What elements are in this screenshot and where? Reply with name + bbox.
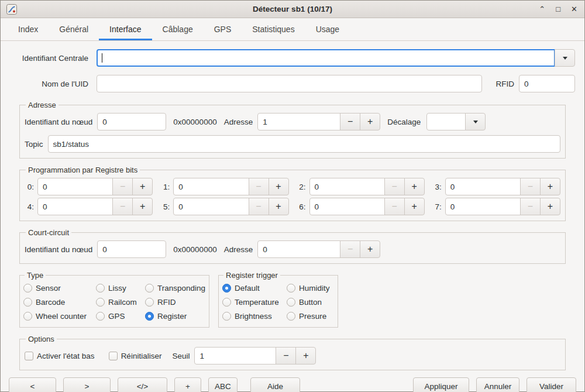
minus-icon: − bbox=[283, 350, 288, 361]
register-3-plus-button[interactable]: + bbox=[540, 178, 560, 195]
register-1-plus-button[interactable]: + bbox=[269, 178, 289, 195]
shade-button[interactable]: ⌃ bbox=[539, 5, 545, 13]
adresse-input[interactable]: 1 bbox=[257, 113, 340, 130]
checkbox-reinitialiser[interactable]: Réinitialiser bbox=[109, 349, 162, 363]
register-2-plus-button[interactable]: + bbox=[404, 178, 425, 195]
add-button[interactable]: + bbox=[174, 377, 201, 392]
radio-button[interactable]: Button bbox=[287, 295, 334, 309]
tab-usage[interactable]: Usage bbox=[305, 18, 350, 40]
court-circuit-node-id-input[interactable]: 0 bbox=[97, 240, 166, 258]
register-4-input[interactable]: 0 bbox=[37, 198, 113, 215]
rfid-input[interactable]: 0 bbox=[519, 75, 575, 92]
radio-icon bbox=[222, 284, 231, 293]
radio-icon bbox=[96, 312, 105, 321]
plus-icon: + bbox=[367, 116, 373, 127]
identifiant-centrale-dropdown-button[interactable] bbox=[555, 49, 575, 67]
register-5-plus-button[interactable]: + bbox=[269, 198, 289, 215]
radio-lissy[interactable]: Lissy bbox=[96, 281, 145, 295]
radio-register[interactable]: Register bbox=[145, 309, 205, 323]
decalage-dropdown-button[interactable] bbox=[465, 113, 486, 130]
register-label: 4: bbox=[25, 202, 34, 211]
cancel-button[interactable]: Annuler bbox=[476, 377, 519, 392]
court-circuit-group: Court-circuit Identifiant du nœud 0 0x00… bbox=[19, 228, 566, 264]
register-0-plus-button[interactable]: + bbox=[132, 178, 153, 195]
seuil-input[interactable]: 1 bbox=[194, 347, 276, 365]
radio-transponding[interactable]: Transponding bbox=[145, 281, 205, 295]
radio-brightness[interactable]: Brightness bbox=[222, 309, 287, 323]
chevron-down-icon bbox=[473, 121, 478, 123]
radio-icon bbox=[145, 284, 154, 293]
abc-button[interactable]: ABC bbox=[208, 377, 238, 392]
maximize-button[interactable]: □ bbox=[556, 5, 560, 13]
titlebar[interactable]: Détecteur sb1 (10/17) ⌃ □ ✕ bbox=[1, 1, 584, 18]
tab-bar: Index Général Interface Câblage GPS Stat… bbox=[1, 18, 584, 41]
adresse-node-id-input[interactable]: 0 bbox=[97, 113, 166, 130]
register-6-input[interactable]: 0 bbox=[309, 198, 385, 215]
radio-icon bbox=[96, 284, 105, 293]
tab-statistiques[interactable]: Statistiques bbox=[242, 18, 305, 40]
tab-cablage[interactable]: Câblage bbox=[152, 18, 204, 40]
register-1-input[interactable]: 0 bbox=[173, 178, 249, 195]
ok-button[interactable]: Valider bbox=[526, 377, 576, 392]
plus-icon: + bbox=[140, 181, 145, 192]
tab-interface[interactable]: Interface bbox=[99, 18, 152, 40]
radio-barcode[interactable]: Barcode bbox=[23, 295, 96, 309]
tab-gps[interactable]: GPS bbox=[204, 18, 242, 40]
dialog-footer: < > </> + ABC Aide Appliquer Annuler Val… bbox=[1, 370, 584, 392]
radio-rfid[interactable]: RFID bbox=[145, 295, 205, 309]
radio-icon bbox=[145, 312, 154, 321]
tab-general[interactable]: Général bbox=[49, 18, 99, 40]
checkbox-label: Activer l'état bas bbox=[37, 352, 95, 360]
court-circuit-plus-button[interactable]: + bbox=[360, 240, 380, 258]
tab-index[interactable]: Index bbox=[8, 18, 49, 40]
register-cell-7: 7: 0 − + bbox=[432, 198, 560, 215]
topic-input[interactable]: sb1/status bbox=[48, 135, 560, 153]
seuil-minus-button[interactable]: − bbox=[276, 347, 296, 365]
register-4-plus-button[interactable]: + bbox=[132, 198, 153, 215]
tab-panel-interface: Identifiant Centrale Nom de l'UID RFID 0… bbox=[1, 41, 584, 370]
radio-presure[interactable]: Presure bbox=[287, 309, 334, 323]
rfid-label: RFID bbox=[496, 80, 515, 88]
register-3-input[interactable]: 0 bbox=[445, 178, 521, 195]
nom-uid-input[interactable] bbox=[97, 75, 482, 92]
register-5-input[interactable]: 0 bbox=[173, 198, 249, 215]
radio-gps[interactable]: GPS bbox=[96, 309, 145, 323]
radio-icon bbox=[222, 298, 231, 307]
register-6-plus-button[interactable]: + bbox=[404, 198, 425, 215]
plus-icon: + bbox=[412, 181, 417, 192]
radio-railcom[interactable]: Railcom bbox=[96, 295, 145, 309]
apply-button[interactable]: Appliquer bbox=[413, 377, 469, 392]
adresse-plus-button[interactable]: + bbox=[360, 113, 380, 130]
checkbox-activer-etat-bas[interactable]: Activer l'état bas bbox=[25, 349, 95, 363]
seuil-plus-button[interactable]: + bbox=[295, 347, 316, 365]
decalage-label: Décalage bbox=[387, 118, 421, 126]
register-7-plus-button[interactable]: + bbox=[540, 198, 560, 215]
decalage-input[interactable] bbox=[426, 113, 466, 130]
radio-humidity[interactable]: Humidity bbox=[287, 281, 334, 295]
identifiant-centrale-input[interactable] bbox=[97, 49, 555, 67]
register-7-input[interactable]: 0 bbox=[445, 198, 521, 215]
radio-default[interactable]: Default bbox=[222, 281, 287, 295]
court-circuit-adresse-input[interactable]: 0 bbox=[257, 240, 340, 258]
next-button[interactable]: > bbox=[63, 377, 111, 392]
minus-icon: − bbox=[392, 201, 397, 212]
radio-icon bbox=[287, 312, 295, 321]
prev-button[interactable]: < bbox=[9, 377, 56, 392]
register-cell-0: 0: 0 − + bbox=[25, 178, 153, 195]
plus-icon: + bbox=[367, 244, 373, 255]
register-label: 2: bbox=[297, 183, 306, 191]
register-0-input[interactable]: 0 bbox=[37, 178, 113, 195]
register-label: 1: bbox=[160, 183, 170, 191]
close-button[interactable]: ✕ bbox=[571, 5, 577, 13]
radio-wheel-counter[interactable]: Wheel counter bbox=[23, 309, 96, 323]
radio-temperature[interactable]: Temperature bbox=[222, 295, 287, 309]
code-button[interactable]: </> bbox=[118, 377, 167, 392]
radio-sensor[interactable]: Sensor bbox=[23, 281, 96, 295]
plus-icon: + bbox=[276, 181, 281, 192]
register-2-input[interactable]: 0 bbox=[309, 178, 385, 195]
window-title: Détecteur sb1 (10/17) bbox=[253, 5, 332, 13]
adresse-minus-button[interactable]: − bbox=[340, 113, 360, 130]
help-button[interactable]: Aide bbox=[250, 377, 300, 392]
adresse-group-title: Adresse bbox=[26, 101, 58, 109]
register-4-minus-button: − bbox=[112, 198, 133, 215]
